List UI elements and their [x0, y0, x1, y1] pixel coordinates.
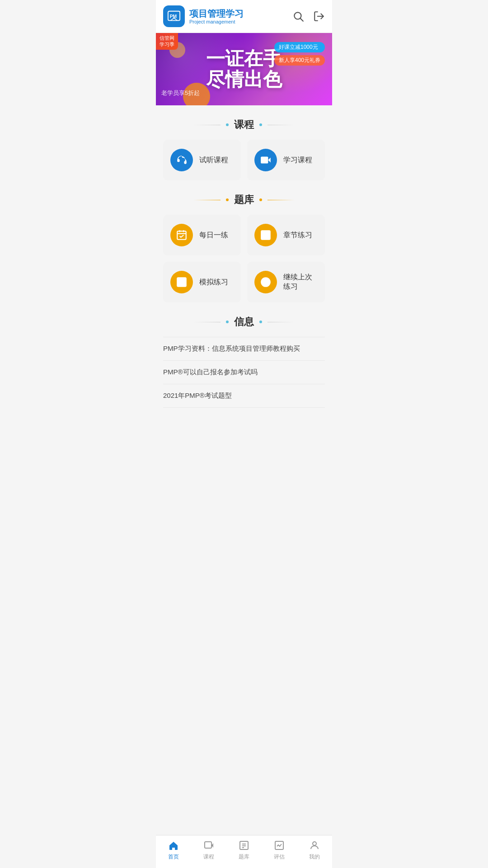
- continue-practice-card[interactable]: 继续上次练习: [247, 262, 325, 302]
- study-course-card[interactable]: 学习课程: [247, 140, 325, 180]
- banner-content: 一证在手 尽情出色: [206, 48, 282, 90]
- title-line-right: [267, 125, 295, 125]
- courses-section-title-wrap: 课程: [156, 118, 332, 132]
- title-dot-right: [259, 123, 262, 126]
- app-header: PM 项目管理学习 Project management: [156, 0, 332, 33]
- info-dot-right: [259, 321, 262, 323]
- title-line-left: [193, 125, 221, 125]
- info-dot-left: [226, 321, 229, 323]
- header-right: [292, 10, 325, 22]
- courses-title: 课程: [234, 118, 254, 132]
- promo-banner[interactable]: 信管网 学习季 一证在手 尽情出色 好课立减1000元 新人享400元礼券 老学…: [156, 33, 332, 105]
- app-logo: PM: [163, 5, 185, 27]
- info-item-1[interactable]: PMP®可以自己报名参加考试吗: [163, 361, 325, 384]
- banner-tag: 信管网 学习季: [156, 33, 178, 50]
- svg-rect-7: [177, 231, 186, 239]
- qbank-line-left: [193, 200, 221, 200]
- svg-rect-15: [177, 278, 186, 287]
- calendar-check-icon: [170, 224, 193, 246]
- info-list: PMP学习资料：信息系统项目管理师教程购买 PMP®可以自己报名参加考试吗 20…: [156, 337, 332, 408]
- svg-rect-5: [261, 156, 268, 163]
- app-title-block: 项目管理学习 Project management: [189, 8, 244, 24]
- qbank-title: 题库: [234, 193, 254, 207]
- headphone-icon: [170, 149, 193, 171]
- daily-practice-label: 每日一练: [199, 231, 228, 240]
- info-section-title-wrap: 信息: [156, 315, 332, 329]
- pm-icon: PM: [167, 9, 181, 23]
- clock-icon: [254, 271, 277, 293]
- trial-course-card[interactable]: 试听课程: [163, 140, 241, 180]
- video-icon: [254, 149, 277, 171]
- info-title: 信息: [234, 315, 254, 329]
- courses-grid: 试听课程 学习课程: [156, 140, 332, 180]
- banner-badge2: 新人享400元礼券: [274, 55, 325, 66]
- info-line-right: [267, 322, 295, 322]
- svg-text:PM: PM: [170, 14, 177, 19]
- mock-practice-card[interactable]: 模拟练习: [163, 262, 241, 302]
- banner-badge1: 好课立减1000元: [274, 42, 325, 52]
- study-course-label: 学习课程: [283, 156, 312, 165]
- info-line-left: [193, 322, 221, 322]
- app-title-en: Project management: [189, 19, 244, 24]
- info-item-0[interactable]: PMP学习资料：信息系统项目管理师教程购买: [163, 337, 325, 361]
- qbank-line-right: [267, 200, 295, 200]
- chapter-practice-card[interactable]: 章节练习: [247, 215, 325, 255]
- banner-badges: 好课立减1000元 新人享400元礼券: [274, 42, 325, 66]
- header-left: PM 项目管理学习 Project management: [163, 5, 244, 27]
- qbank-dot-right: [259, 198, 262, 201]
- qbank-dot-left: [226, 198, 229, 201]
- mock-practice-label: 模拟练习: [199, 278, 228, 287]
- title-dot: [226, 123, 229, 126]
- trial-course-label: 试听课程: [199, 156, 228, 165]
- info-item-2[interactable]: 2021年PMP®考试题型: [163, 384, 325, 408]
- continue-practice-label: 继续上次练习: [283, 273, 318, 292]
- logout-button[interactable]: [313, 10, 325, 22]
- qbank-section-title-wrap: 题库: [156, 193, 332, 207]
- banner-main-text: 一证在手 尽情出色: [206, 48, 282, 90]
- search-button[interactable]: [292, 10, 304, 22]
- edit-icon: [170, 271, 193, 293]
- svg-line-3: [300, 19, 303, 21]
- banner-left-text: 老学员享5折起: [161, 89, 200, 97]
- app-title-cn: 项目管理学习: [189, 8, 244, 19]
- qbank-grid: 每日一练 章节练习 模拟练习: [156, 215, 332, 302]
- list-check-icon: [254, 224, 277, 246]
- daily-practice-card[interactable]: 每日一练: [163, 215, 241, 255]
- svg-marker-6: [268, 158, 270, 163]
- chapter-practice-label: 章节练习: [283, 231, 312, 240]
